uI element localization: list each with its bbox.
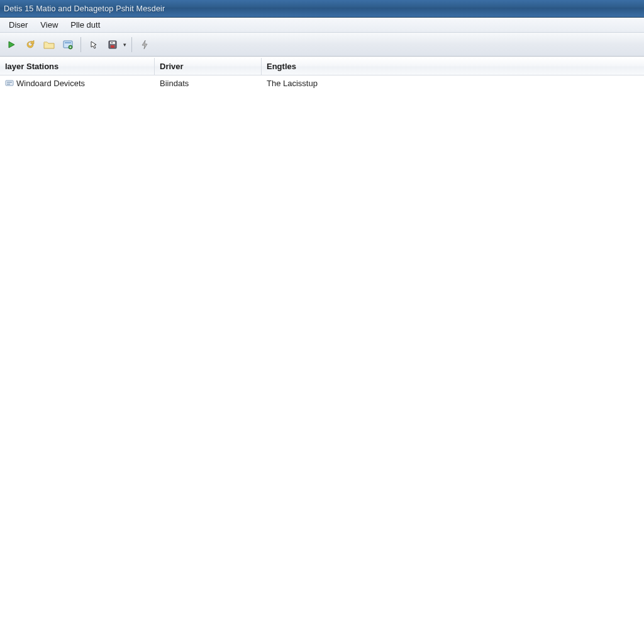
- list-view: layer Stations Driver Engtles Windoard D…: [0, 58, 644, 644]
- play-icon: [7, 40, 16, 49]
- svg-rect-6: [111, 45, 114, 48]
- execute-button[interactable]: [136, 36, 153, 53]
- menu-plle-dutt[interactable]: Plle dutt: [64, 18, 106, 32]
- table-row[interactable]: Windoard Devicets Biindats The Lacisstup: [0, 75, 644, 91]
- folder-icon: [43, 40, 55, 50]
- toolbar-divider: [0, 57, 644, 57]
- column-header-engtles[interactable]: Engtles: [262, 58, 644, 75]
- toolbar: ▾: [0, 33, 644, 57]
- cell-stations-text: Windoard Devicets: [16, 79, 85, 88]
- svg-rect-10: [7, 84, 10, 85]
- svg-rect-2: [65, 42, 71, 43]
- database-button[interactable]: [59, 36, 77, 53]
- window-title: Detis 15 Matio and Dehagetop Pshit Mesde…: [3, 4, 165, 13]
- list-header: layer Stations Driver Engtles: [0, 58, 644, 75]
- column-header-stations[interactable]: layer Stations: [0, 58, 155, 75]
- open-folder-button[interactable]: [40, 36, 58, 53]
- pointer-icon: [89, 40, 98, 49]
- svg-rect-7: [111, 42, 113, 43]
- lightning-icon: [140, 40, 149, 50]
- save-icon: [108, 40, 118, 50]
- device-icon: [5, 79, 14, 87]
- svg-marker-0: [9, 42, 14, 48]
- window-titlebar: Detis 15 Matio and Dehagetop Pshit Mesde…: [0, 0, 644, 18]
- cell-engtles: The Lacisstup: [262, 79, 644, 88]
- column-header-driver[interactable]: Driver: [155, 58, 262, 75]
- toolbar-separator: [80, 37, 81, 52]
- menu-view[interactable]: View: [34, 18, 64, 32]
- save-dropdown-caret[interactable]: ▾: [121, 42, 128, 48]
- menu-diser[interactable]: Diser: [3, 18, 34, 32]
- save-button[interactable]: [104, 36, 121, 53]
- svg-rect-8: [6, 80, 13, 86]
- svg-rect-9: [7, 82, 12, 83]
- pointer-button[interactable]: [85, 36, 103, 53]
- play-button[interactable]: [3, 36, 20, 53]
- cell-stations: Windoard Devicets: [0, 79, 155, 88]
- cell-engtles-text: The Lacisstup: [267, 79, 318, 88]
- cell-driver-text: Biindats: [160, 79, 189, 88]
- refresh-button[interactable]: [21, 36, 39, 53]
- toolbar-separator: [131, 37, 132, 52]
- cell-driver: Biindats: [155, 79, 262, 88]
- database-icon: [63, 40, 73, 50]
- menu-bar: Diser View Plle dutt: [0, 18, 644, 33]
- refresh-icon: [25, 40, 35, 50]
